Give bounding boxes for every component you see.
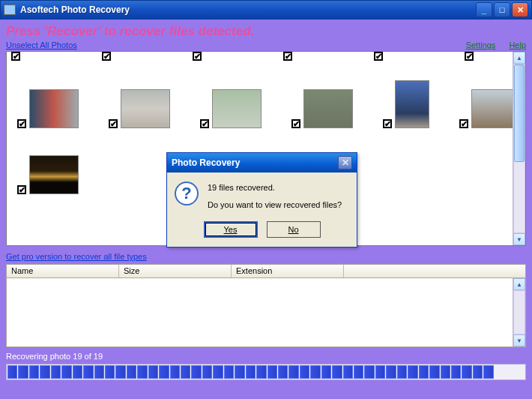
scroll-up-button[interactable]: ▲ (513, 278, 525, 290)
photo-thumbnail[interactable] (29, 155, 79, 194)
dialog-line2: Do you want to view recovered files? (208, 199, 342, 212)
status-text: Recovering photo 19 of 19 (6, 352, 526, 361)
photo-checkbox[interactable]: ✔ (374, 52, 383, 61)
thumbnail-scrollbar[interactable]: ▲ ▼ (513, 52, 525, 245)
photo-thumbnail[interactable] (29, 89, 79, 128)
confirm-dialog: Photo Recovery ✕ ? 19 files recovered. D… (166, 152, 357, 248)
scroll-up-button[interactable]: ▲ (513, 52, 525, 64)
dialog-line1: 19 files recovered. (208, 182, 342, 194)
photo-checkbox[interactable]: ✔ (383, 119, 392, 128)
photo-checkbox[interactable]: ✔ (11, 52, 20, 61)
column-extension[interactable]: Extension (232, 265, 344, 278)
minimize-button[interactable]: _ (476, 2, 492, 17)
column-size[interactable]: Size (119, 265, 232, 278)
scroll-down-button[interactable]: ▼ (513, 233, 525, 245)
table-scrollbar[interactable]: ▲ ▼ (513, 278, 525, 346)
photo-thumbnail[interactable] (395, 80, 429, 128)
photo-checkbox[interactable]: ✔ (102, 52, 111, 61)
column-blank (344, 265, 525, 278)
window-title: Asoftech Photo Recovery (20, 4, 476, 15)
table-body: ▲ ▼ (6, 278, 526, 347)
progress-bar (6, 364, 526, 380)
close-button[interactable]: ✕ (512, 2, 528, 17)
pro-version-link[interactable]: Get pro version to recover all file type… (6, 252, 147, 261)
photo-thumbnail[interactable] (303, 89, 353, 128)
photo-thumbnail[interactable] (212, 89, 262, 128)
photo-checkbox[interactable]: ✔ (17, 119, 26, 128)
question-icon: ? (175, 182, 199, 206)
photo-checkbox[interactable]: ✔ (465, 52, 474, 61)
titlebar: Asoftech Photo Recovery _ □ ✕ (0, 0, 532, 20)
no-button[interactable]: No (267, 221, 321, 238)
column-name[interactable]: Name (7, 265, 119, 278)
scroll-thumb[interactable] (514, 64, 525, 162)
settings-link[interactable]: Settings (466, 40, 496, 50)
photo-checkbox[interactable]: ✔ (283, 52, 292, 61)
maximize-button[interactable]: □ (494, 2, 510, 17)
photo-checkbox[interactable]: ✔ (109, 119, 118, 128)
progress-fill (7, 365, 494, 379)
dialog-message: 19 files recovered. Do you want to view … (208, 182, 342, 211)
help-link[interactable]: Help (509, 40, 526, 50)
photo-checkbox[interactable]: ✔ (200, 119, 209, 128)
unselect-all-link[interactable]: Unselect All Photos (6, 40, 77, 50)
banner-text: Press 'Recover' to recover files detecte… (6, 24, 526, 39)
dialog-title: Photo Recovery (172, 158, 338, 168)
dialog-titlebar: Photo Recovery ✕ (167, 153, 357, 172)
yes-button[interactable]: Yes (204, 221, 258, 238)
photo-thumbnail[interactable] (121, 89, 170, 128)
dialog-close-button[interactable]: ✕ (338, 156, 352, 170)
photo-checkbox[interactable]: ✔ (17, 185, 26, 194)
photo-checkbox[interactable]: ✔ (193, 52, 202, 61)
table-header: Name Size Extension (6, 264, 526, 278)
photo-checkbox[interactable]: ✔ (291, 119, 300, 128)
photo-checkbox[interactable]: ✔ (459, 119, 468, 128)
app-icon (4, 4, 16, 15)
scroll-track[interactable] (513, 64, 525, 233)
scroll-track[interactable] (513, 290, 525, 334)
scroll-down-button[interactable]: ▼ (513, 334, 525, 346)
